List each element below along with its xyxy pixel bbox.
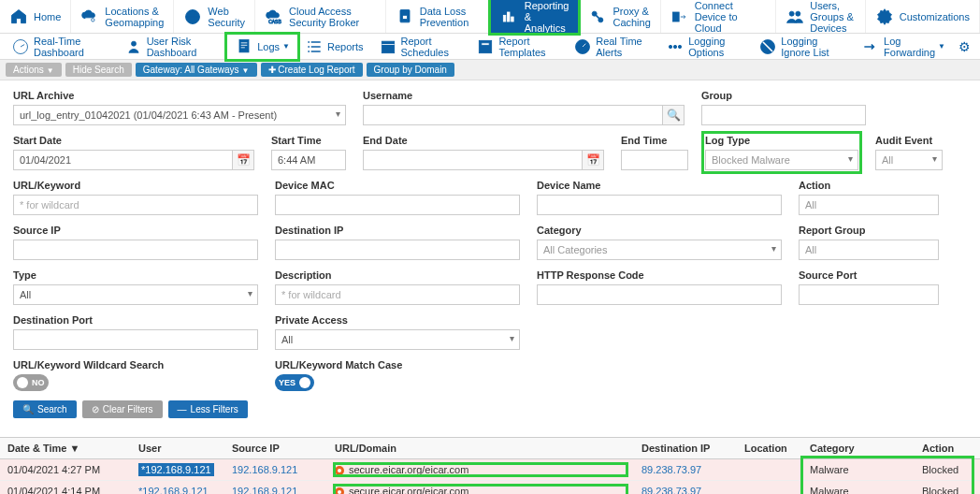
- wildcard-label: URL/Keyword Wildcard Search: [13, 359, 258, 370]
- cell-url: secure.eicar.org/eicar.com: [327, 481, 634, 494]
- httpresp-label: HTTP Response Code: [537, 269, 782, 281]
- topnav-users-groups-devices[interactable]: Users, Groups &Devices: [776, 0, 865, 33]
- casb-icon: CASB: [265, 7, 283, 26]
- subnav-report-templates[interactable]: Report Templates: [468, 33, 566, 61]
- action-input[interactable]: [799, 195, 939, 215]
- privateaccess-select[interactable]: [275, 329, 520, 350]
- endtime-input[interactable]: [621, 150, 688, 170]
- cell-destip: 89.238.73.97: [634, 459, 737, 481]
- col-date-time[interactable]: Date & Time ▼: [0, 438, 131, 459]
- toolbar-create-log-report[interactable]: ✚ Create Log Report: [261, 63, 363, 77]
- httpresp-input[interactable]: [537, 284, 782, 305]
- description-input[interactable]: [275, 284, 520, 305]
- lock-doc-icon: [396, 7, 414, 26]
- topnav-connect-device-to-cloud[interactable]: Connect Device to Cloud: [661, 0, 777, 33]
- subnav-logs[interactable]: Logs ▼: [227, 35, 297, 59]
- calendar-icon[interactable]: 📅: [582, 150, 604, 170]
- subnav-report-schedules[interactable]: Report Schedules: [371, 33, 469, 61]
- subnav-logging-options[interactable]: Logging Options: [658, 33, 751, 61]
- less-filters-button[interactable]: — Less Filters: [168, 400, 248, 418]
- toolbar-actions[interactable]: Actions▼: [6, 63, 62, 77]
- enddate-input[interactable]: [363, 150, 583, 170]
- logtype-select[interactable]: [705, 150, 858, 170]
- cell-destip: 89.238.73.97: [634, 481, 737, 494]
- subnav-user-risk-dashboard[interactable]: User Risk Dashboard: [117, 33, 228, 61]
- col-url-domain[interactable]: URL/Domain: [327, 438, 634, 459]
- topnav-reporting-analytics[interactable]: Reporting &Analytics: [491, 0, 580, 33]
- col-location[interactable]: Location: [737, 438, 802, 459]
- cell-sourceip: 192.168.9.121: [224, 481, 327, 494]
- group-input[interactable]: [701, 105, 866, 125]
- search-button[interactable]: 🔍 Search: [13, 400, 77, 418]
- subnav-log-forwarding[interactable]: Log Forwarding ▼: [854, 33, 953, 61]
- topnav-web-security[interactable]: Web Security: [174, 0, 255, 33]
- destip-input[interactable]: [275, 240, 520, 260]
- destip-label: Destination IP: [275, 225, 520, 236]
- devicename-input[interactable]: [537, 195, 782, 215]
- endtime-label: End Time: [621, 135, 688, 146]
- subnav-real-time-alerts[interactable]: Real Time Alerts: [566, 33, 658, 61]
- col-action[interactable]: Action: [915, 438, 980, 459]
- destport-label: Destination Port: [13, 314, 258, 326]
- subnav-reports[interactable]: Reports: [297, 35, 371, 59]
- logtype-label: Log Type: [705, 135, 858, 146]
- matchcase-toggle[interactable]: YES: [275, 374, 314, 391]
- caret-icon: ▼: [282, 42, 290, 51]
- forward-icon: [861, 37, 880, 56]
- urlkeyword-input[interactable]: [13, 195, 258, 215]
- destport-input[interactable]: [13, 329, 258, 350]
- topnav-data-loss-prevention[interactable]: Data Loss Prevention: [386, 0, 491, 33]
- settings-gear-icon[interactable]: ⚙: [953, 36, 976, 57]
- action-label: Action: [799, 180, 939, 191]
- startdate-input[interactable]: [13, 150, 233, 170]
- doc-icon: [235, 37, 253, 56]
- userrisk-icon: [124, 37, 143, 56]
- username-search-icon[interactable]: 🔍: [662, 105, 685, 125]
- svg-rect-16: [239, 39, 249, 51]
- reportgroup-label: Report Group: [799, 225, 939, 236]
- type-select[interactable]: [13, 284, 258, 305]
- col-destination-ip[interactable]: Destination IP: [634, 438, 737, 459]
- topnav-home[interactable]: Home: [0, 0, 71, 33]
- toolbar-hide-search[interactable]: Hide Search: [65, 63, 132, 77]
- privateaccess-label: Private Access: [275, 314, 520, 326]
- calendar-icon[interactable]: 📅: [232, 150, 254, 170]
- category-label: Category: [537, 225, 782, 236]
- col-category[interactable]: Category: [802, 438, 915, 459]
- table-row[interactable]: 01/04/2021 4:14 PM*192.168.9.121192.168.…: [0, 481, 980, 494]
- auditevent-select[interactable]: [875, 150, 943, 170]
- svg-rect-5: [503, 15, 506, 22]
- topnav-proxy-caching[interactable]: Proxy &Caching: [579, 0, 660, 33]
- col-user[interactable]: User: [131, 438, 224, 459]
- group-label: Group: [701, 90, 866, 101]
- type-label: Type: [13, 269, 258, 281]
- cell-sourceip: 192.168.9.121: [224, 459, 327, 481]
- home-icon: [9, 7, 28, 26]
- col-source-ip[interactable]: Source IP: [224, 438, 327, 459]
- reportgroup-input[interactable]: [799, 240, 939, 260]
- topnav-locations-geomapping[interactable]: Locations &Geomapping: [71, 0, 174, 33]
- username-input[interactable]: [363, 105, 663, 125]
- subnav-real-time-dashboard[interactable]: Real-Time Dashboard: [4, 33, 117, 61]
- bars-icon: [500, 7, 519, 26]
- topnav-customizations[interactable]: Customizations: [866, 0, 980, 33]
- toolbar-group-by-domain[interactable]: Group by Domain: [367, 63, 454, 77]
- starttime-input[interactable]: [271, 150, 346, 170]
- cell-action: Blocked: [915, 459, 980, 481]
- topnav-cloud-access-security-broker[interactable]: CASBCloud Access Security Broker: [255, 0, 386, 33]
- sourceip-input[interactable]: [13, 240, 258, 260]
- malware-icon: [335, 487, 344, 494]
- table-row[interactable]: 01/04/2021 4:27 PM*192.168.9.121192.168.…: [0, 459, 980, 481]
- svg-rect-7: [511, 17, 513, 22]
- urlarchive-select[interactable]: [13, 105, 346, 125]
- clear-filters-button[interactable]: ⊘ Clear Filters: [82, 400, 163, 418]
- devicemac-input[interactable]: [275, 195, 520, 215]
- top-nav: HomeLocations &GeomappingWeb SecurityCAS…: [0, 0, 980, 34]
- sourceport-input[interactable]: [799, 284, 939, 305]
- calendar-icon: [379, 37, 397, 56]
- wildcard-toggle[interactable]: NO: [13, 374, 49, 391]
- category-select[interactable]: [537, 240, 782, 260]
- list-icon: [305, 37, 324, 56]
- toolbar-gateway-all-gateways[interactable]: Gateway: All Gateways▼: [136, 63, 257, 77]
- subnav-logging-ignore-list[interactable]: Logging Ignore List: [751, 33, 854, 61]
